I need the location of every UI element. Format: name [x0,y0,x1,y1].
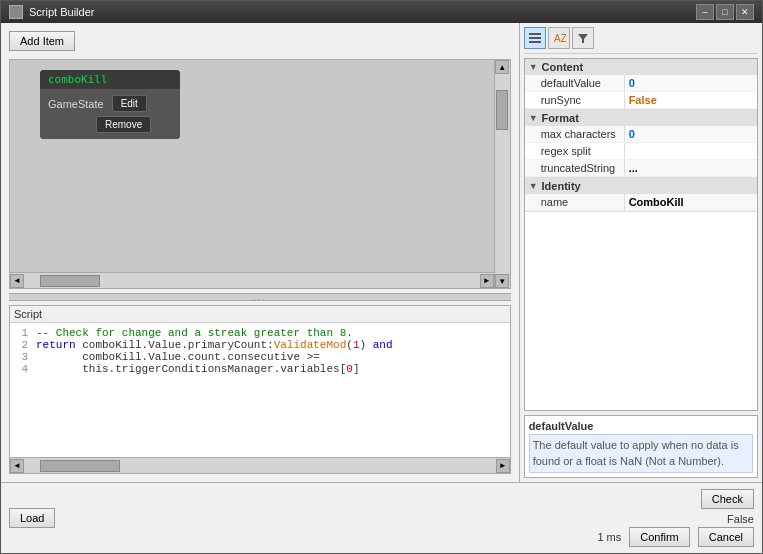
props-row-regexsplit: regex split [525,143,757,160]
full-bottom: Load Check False 1 ms Confirm Cancel [1,482,762,553]
left-panel: Add Item comboKill GameState Edit [1,23,520,482]
title-bar-controls: – □ ✕ [696,4,754,20]
maximize-button[interactable]: □ [716,4,734,20]
props-row-runsync: runSync False [525,92,757,109]
list-icon [528,31,542,45]
props-val-name[interactable]: ComboKill [625,194,757,210]
script-area: Script 1 -- Check for change and a strea… [9,305,511,474]
triangle-format: ▼ [529,113,538,123]
svg-text:AZ: AZ [554,33,566,44]
svg-rect-2 [529,41,541,43]
description-box: defaultValue The default value to apply … [524,415,758,478]
scroll-container: comboKill GameState Edit Remove [10,60,510,288]
svg-rect-1 [529,37,541,39]
full-bottom-right: Check False 1 ms Confirm Cancel [597,489,754,547]
triangle-content: ▼ [529,62,538,72]
node-body: GameState Edit Remove [40,89,180,139]
load-button[interactable]: Load [9,508,55,528]
script-line-1: 1 -- Check for change and a streak great… [14,327,506,339]
props-row-maxchars: max characters 0 [525,126,757,143]
props-key-runsync: runSync [525,92,625,108]
scroll-right-arrow[interactable]: ► [480,274,494,288]
props-section-format: ▼ Format max characters 0 regex split tr… [525,110,757,178]
main-content: Add Item comboKill GameState Edit [1,23,762,482]
script-scroll-left[interactable]: ◄ [10,459,24,473]
props-toolbar: AZ [524,27,758,54]
script-line-4: 4 this.triggerConditionsManager.variable… [14,363,506,375]
props-section-content: ▼ Content defaultValue 0 runSync False [525,59,757,110]
node-label: GameState [48,98,104,110]
add-item-button[interactable]: Add Item [9,31,75,51]
svg-marker-4 [578,34,588,43]
props-key-regexsplit: regex split [525,143,625,159]
script-content[interactable]: 1 -- Check for change and a streak great… [10,323,510,457]
props-key-truncated: truncatedString [525,160,625,176]
sort-icon: AZ [552,31,566,45]
description-title: defaultValue [529,420,753,432]
props-val-runsync[interactable]: False [625,92,757,108]
script-scrollbar-h[interactable]: ◄ ► [10,457,510,473]
props-section-identity: ▼ Identity name ComboKill [525,178,757,212]
props-row-defaultvalue: defaultValue 0 [525,75,757,92]
split-handle[interactable] [9,293,511,301]
edit-button[interactable]: Edit [112,95,147,112]
script-scroll-right[interactable]: ► [496,459,510,473]
props-row-name: name ComboKill [525,194,757,211]
right-panel: AZ ▼ Content defau [520,23,762,482]
script-scroll-thumb[interactable] [40,460,120,472]
node-row: GameState Edit [48,95,172,112]
scroll-left-arrow[interactable]: ◄ [10,274,24,288]
triangle-identity: ▼ [529,181,538,191]
filter-icon [576,31,590,45]
window-title: Script Builder [29,6,696,18]
script-label: Script [10,306,510,323]
props-tree: ▼ Content defaultValue 0 runSync False [524,58,758,411]
node-title: comboKill [40,70,180,89]
props-key-defaultvalue: defaultValue [525,75,625,91]
check-button[interactable]: Check [701,489,754,509]
scroll-thumb-h[interactable] [40,275,100,287]
scroll-thumb-v[interactable] [496,90,508,130]
status-time: 1 ms [597,531,621,543]
description-text: The default value to apply when no data … [529,434,753,473]
toolbar: Add Item [9,31,511,51]
minimize-button[interactable]: – [696,4,714,20]
section-label-content: Content [542,61,584,73]
scroll-down-arrow[interactable]: ▼ [495,274,509,288]
full-bottom-left: Load [9,508,597,528]
props-row-truncated: truncatedString ... [525,160,757,177]
window-icon [9,5,23,19]
svg-rect-0 [529,33,541,35]
script-line-2: 2 return comboKill.Value.primaryCount:Va… [14,339,506,351]
canvas-scrollbar-v[interactable]: ▲ ▼ [494,60,510,288]
script-line-3: 3 comboKill.Value.count.consecutive >= [14,351,506,363]
node-remove-row: Remove [48,116,172,133]
main-window: Script Builder – □ ✕ Add Item comboKill [0,0,763,554]
section-label-format: Format [542,112,579,124]
scroll-up-arrow[interactable]: ▲ [495,60,509,74]
canvas-area: comboKill GameState Edit Remove [9,59,511,289]
props-key-name: name [525,194,625,210]
props-sort-btn[interactable]: AZ [548,27,570,49]
section-header-content[interactable]: ▼ Content [525,59,757,75]
cancel-button[interactable]: Cancel [698,527,754,547]
close-button[interactable]: ✕ [736,4,754,20]
status-false: False [727,513,754,525]
section-label-identity: Identity [542,180,581,192]
props-list-btn[interactable] [524,27,546,49]
canvas-scrollbar-h[interactable]: ◄ ► [10,272,494,288]
props-val-truncated[interactable]: ... [625,160,757,176]
props-filter-btn[interactable] [572,27,594,49]
check-status-area: Check [701,489,754,509]
section-header-format[interactable]: ▼ Format [525,110,757,126]
confirm-button[interactable]: Confirm [629,527,690,547]
section-header-identity[interactable]: ▼ Identity [525,178,757,194]
remove-button[interactable]: Remove [96,116,151,133]
props-val-maxchars[interactable]: 0 [625,126,757,142]
title-bar: Script Builder – □ ✕ [1,1,762,23]
node-block: comboKill GameState Edit Remove [40,70,180,139]
props-val-defaultvalue[interactable]: 0 [625,75,757,91]
props-val-regexsplit[interactable] [625,143,757,159]
props-key-maxchars: max characters [525,126,625,142]
